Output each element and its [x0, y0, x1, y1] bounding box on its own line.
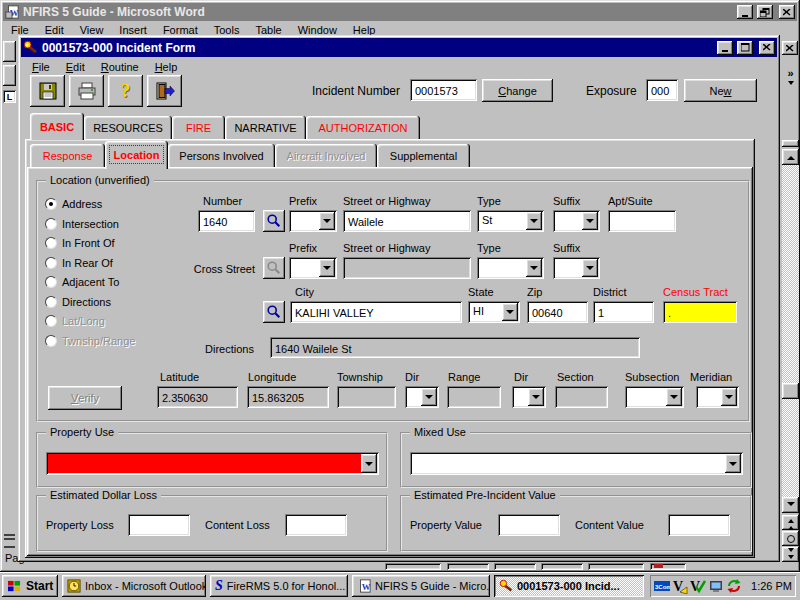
radio-address-circle[interactable]	[45, 198, 57, 210]
tab-resources[interactable]: RESOURCES	[84, 116, 172, 139]
dir2-combo[interactable]	[512, 386, 546, 408]
tab-response[interactable]: Response	[30, 144, 105, 167]
dialog-menu-routine[interactable]: Routine	[93, 59, 147, 76]
city-field[interactable]	[290, 301, 462, 323]
virus-v-tray-icon[interactable]: V	[672, 578, 688, 594]
display-tray-icon[interactable]	[708, 578, 724, 594]
dialog-menu-edit[interactable]: Edit	[58, 59, 93, 76]
toolbar-overflow-chevron[interactable]: »	[783, 68, 798, 92]
print-button[interactable]	[69, 75, 104, 107]
state-combo[interactable]: HI	[468, 301, 520, 323]
taskbar-button-word[interactable]: W NFIRS 5 Guide - Micro...	[352, 575, 490, 597]
tab-stop-selector[interactable]: L	[3, 90, 16, 103]
dialog-title-bar[interactable]: 0001573-000 Incident Form	[21, 38, 777, 57]
3com-tray-icon[interactable]: 3Com	[654, 578, 670, 594]
meridian-dropdown-button[interactable]	[721, 388, 737, 406]
scroll-down-button[interactable]	[782, 497, 799, 513]
content-value-field[interactable]	[668, 514, 730, 536]
radio-adjacent-to-circle[interactable]	[45, 276, 57, 288]
new-button[interactable]: New	[684, 79, 757, 102]
property-loss-field[interactable]	[128, 514, 190, 536]
dialog-close-button[interactable]	[759, 41, 775, 55]
word-document-close-button[interactable]	[782, 41, 798, 55]
taskbar-button-firerms[interactable]: S FireRMS 5.0 for Honol...	[210, 575, 348, 597]
street-lookup-button[interactable]	[263, 210, 285, 232]
tab-persons-involved[interactable]: Persons Involved	[168, 144, 275, 167]
subsection-dropdown-button[interactable]	[666, 388, 682, 406]
tab-authorization[interactable]: AUTHORIZATION	[306, 116, 420, 139]
scrollbar-split-box[interactable]	[782, 140, 799, 147]
scrollbar-thumb[interactable]	[782, 383, 799, 399]
word-minimize-button[interactable]	[737, 5, 753, 19]
type-combo[interactable]: St	[477, 210, 544, 232]
cross-prefix-combo[interactable]	[289, 257, 337, 279]
property-use-combo[interactable]	[46, 452, 379, 475]
save-button[interactable]	[30, 75, 65, 107]
browse-object-button[interactable]	[782, 531, 799, 546]
cross-prefix-dropdown-button[interactable]	[319, 259, 335, 277]
dialog-maximize-button[interactable]	[737, 41, 753, 55]
vshield-check-tray-icon[interactable]: V	[690, 578, 706, 594]
exposure-field[interactable]	[646, 79, 678, 101]
property-use-dropdown-button[interactable]	[361, 454, 377, 473]
suffix-combo[interactable]	[553, 210, 600, 232]
sync-tray-icon[interactable]	[726, 578, 742, 594]
tab-narrative[interactable]: NARRATIVE	[225, 116, 306, 139]
word-title-bar[interactable]: W NFIRS 5 Guide - Microsoft Word	[3, 3, 797, 21]
radio-adjacent-to[interactable]: Adjacent To	[45, 275, 119, 288]
dir1-dropdown-button[interactable]	[421, 388, 437, 406]
number-field[interactable]	[198, 210, 255, 232]
radio-intersection[interactable]: Intersection	[45, 217, 119, 230]
tab-fire[interactable]: FIRE	[172, 116, 225, 139]
tab-basic[interactable]: BASIC	[30, 113, 84, 140]
census-tract-field[interactable]	[663, 301, 737, 323]
radio-in-rear-of[interactable]: In Rear Of	[45, 256, 113, 269]
cross-suffix-dropdown-button[interactable]	[582, 259, 598, 277]
radio-address[interactable]: Address	[45, 197, 102, 210]
dialog-menu-file[interactable]: File	[24, 59, 58, 76]
prefix-combo[interactable]	[289, 210, 337, 232]
radio-directions-circle[interactable]	[45, 296, 57, 308]
radio-in-rear-of-circle[interactable]	[45, 257, 57, 269]
apt-suite-field[interactable]	[608, 210, 676, 232]
help-button[interactable]: ?	[108, 75, 143, 107]
radio-directions[interactable]: Directions	[45, 295, 111, 308]
radio-in-front-of[interactable]: In Front Of	[45, 236, 115, 249]
start-button[interactable]: Start	[2, 575, 58, 597]
browse-next-button[interactable]	[782, 547, 799, 562]
subsection-combo[interactable]	[625, 386, 684, 408]
mixed-use-combo[interactable]	[410, 452, 743, 475]
exit-button[interactable]	[147, 75, 182, 107]
radio-intersection-circle[interactable]	[45, 218, 57, 230]
district-field[interactable]	[593, 301, 654, 323]
scroll-up-button[interactable]	[782, 149, 799, 165]
content-loss-field[interactable]	[285, 514, 347, 536]
word-close-button[interactable]	[779, 5, 795, 19]
mixed-use-dropdown-button[interactable]	[725, 454, 741, 473]
cross-suffix-combo[interactable]	[553, 257, 600, 279]
street-field[interactable]	[343, 210, 471, 232]
word-restore-button[interactable]	[757, 5, 773, 19]
meridian-combo[interactable]	[696, 386, 739, 408]
dialog-minimize-button[interactable]	[717, 41, 733, 55]
taskbar-button-outlook[interactable]: Inbox - Microsoft Outlook	[62, 575, 206, 597]
suffix-dropdown-button[interactable]	[582, 212, 598, 230]
cross-type-combo[interactable]	[477, 257, 544, 279]
change-button[interactable]: Change	[482, 79, 553, 102]
scrollbar-track[interactable]	[782, 165, 799, 497]
dialog-menu-help[interactable]: Help	[147, 59, 186, 76]
tab-location[interactable]: Location	[105, 141, 168, 169]
property-value-field[interactable]	[498, 514, 560, 536]
city-lookup-button[interactable]	[263, 301, 285, 323]
zip-field[interactable]	[527, 301, 588, 323]
browse-previous-button[interactable]	[782, 515, 799, 530]
state-dropdown-button[interactable]	[502, 303, 518, 321]
type-dropdown-button[interactable]	[526, 212, 542, 230]
prefix-dropdown-button[interactable]	[319, 212, 335, 230]
cross-type-dropdown-button[interactable]	[526, 259, 542, 277]
tab-supplemental[interactable]: Supplemental	[377, 144, 470, 167]
dir2-dropdown-button[interactable]	[528, 388, 544, 406]
incident-number-field[interactable]	[410, 79, 477, 101]
taskbar-button-incident[interactable]: 0001573-000 Incid...	[494, 575, 644, 597]
radio-in-front-of-circle[interactable]	[45, 237, 57, 249]
